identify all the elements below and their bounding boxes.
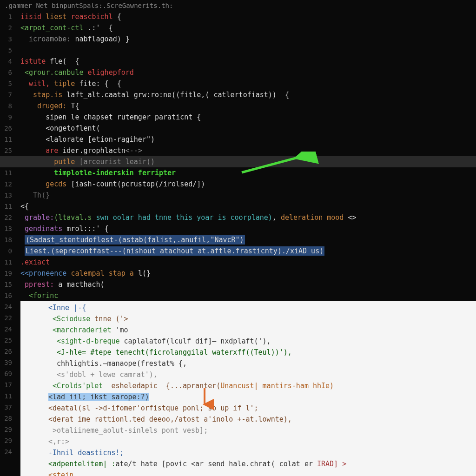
line-number: 26 [0, 123, 12, 134]
code-area[interactable]: iisid liest reascbichl {<arpot_cont-ctl … [20, 11, 476, 476]
code-line[interactable]: <arpot_cont-ctl .:' { [20, 22, 476, 33]
code-line[interactable]: .exiact [20, 257, 476, 268]
code-line[interactable]: <Scioduse tnne ('> [48, 313, 476, 324]
line-number: 24 [0, 301, 12, 312]
code-line[interactable]: icroamobe: nabflagoad) } [20, 33, 476, 45]
line-number: 5 [0, 78, 12, 89]
code-line[interactable]: gendinats mrol:::' { [20, 223, 476, 234]
line-number: 2 [0, 22, 12, 33]
code-line[interactable]: <lalorate [etion-ragiher") [20, 134, 476, 145]
code-line[interactable]: <,r:> [48, 436, 476, 447]
line-number: 11 [0, 134, 12, 145]
highlighted-panel[interactable]: <Inne |-{ <Scioduse tnne ('> <marchrader… [20, 301, 476, 476]
window-title: .gammer Net binpuntSpals:.ScreGawnerits.… [5, 2, 173, 9]
line-number: 24 [0, 446, 12, 457]
line-number: 19 [0, 268, 12, 279]
line-number: 13 [0, 223, 12, 234]
line-number: 1 [0, 11, 12, 22]
line-number: 8 [0, 100, 12, 112]
code-line[interactable] [20, 45, 476, 56]
code-line[interactable]: <forinc [20, 290, 476, 301]
code-line[interactable]: <J-hle= #tepe tenecht(ficrolanggilal wat… [48, 347, 476, 358]
code-line[interactable]: iisid liest reascbichl { [20, 11, 476, 22]
line-number: 11 [0, 167, 12, 178]
code-line[interactable]: Liest.(seprecontfast---(nishout atachout… [20, 245, 476, 257]
line-number: 29 [0, 424, 12, 435]
code-line[interactable]: istute fle( { [20, 56, 476, 67]
code-line[interactable]: are ider.grophlactn<--> [20, 145, 476, 156]
code-editor[interactable]: 1235465789261125231112131122131801119151… [0, 11, 476, 476]
line-number: 29 [0, 435, 12, 446]
code-line[interactable]: <marchraderiet 'mo [48, 324, 476, 336]
line-number: 18 [0, 234, 12, 245]
line-number: 25 [0, 145, 12, 156]
line-number: 3 [0, 33, 12, 45]
code-line[interactable]: pprest: a macthach( [20, 279, 476, 290]
code-line[interactable]: <<proneence calempal stap a l(} [20, 268, 476, 279]
code-line[interactable]: druged: T{ [20, 100, 476, 112]
code-line[interactable]: >otaliineme_aolut-sinlels pont vesb]; [48, 425, 476, 436]
line-number: 28 [0, 413, 12, 424]
line-number: 22 [0, 312, 12, 324]
code-line[interactable]: <lad iil; ikst sarope:?) [48, 391, 476, 403]
line-number [0, 457, 12, 469]
code-line[interactable]: Th(} [20, 190, 476, 201]
code-line[interactable]: grable:(ltaval.s swn oolar had tnne this… [20, 212, 476, 223]
line-number: 39 [0, 357, 12, 368]
line-number [0, 469, 12, 476]
code-line[interactable]: chhlightis.—manaope(frestat% {, [48, 358, 476, 369]
code-line[interactable]: putle [arceurist leair() [0, 156, 476, 167]
code-line[interactable]: <Crolds'plet esheledapic {...apranter(Un… [48, 380, 476, 391]
code-line[interactable]: -Ihnil deasticns!; [48, 447, 476, 458]
line-number: 37 [0, 402, 12, 413]
code-line[interactable]: (Sadast_stentudoflest-(astab(falist,.anu… [20, 234, 476, 245]
title-bar: .gammer Net binpuntSpals:.ScreGawnerits.… [0, 0, 476, 11]
line-number: 11 [0, 390, 12, 402]
line-gutter: 1235465789261125231112131122131801119151… [0, 11, 16, 476]
line-number: 11 [0, 201, 12, 212]
line-number: 24 [0, 324, 12, 335]
line-number: 26 [0, 346, 12, 357]
code-line[interactable]: <Inne |-{ [48, 302, 476, 313]
line-number: 13 [0, 190, 12, 201]
line-number: 22 [0, 212, 12, 223]
line-number: 5 [0, 45, 12, 56]
code-line[interactable]: stap.is laft_alt.caatal grw:ro:ne((fitle… [20, 89, 476, 100]
line-number: 25 [0, 335, 12, 346]
code-line[interactable]: sipen le chapset rutemger paraticnt { [20, 112, 476, 123]
line-number: 15 [0, 279, 12, 290]
line-number: 0 [0, 245, 12, 257]
code-line[interactable]: <stein [48, 469, 476, 476]
code-line[interactable]: witl, tiple fite: { { [20, 78, 476, 89]
code-line[interactable]: <{ [20, 201, 476, 212]
code-line[interactable]: <adpentelitem| :ate/t hate [povic <ar se… [48, 458, 476, 469]
line-number: 11 [0, 257, 12, 268]
line-number: 69 [0, 368, 12, 379]
line-number: 16 [0, 290, 12, 301]
code-line[interactable]: <sight-d-breque caplalatof(lculf dif]— n… [48, 336, 476, 347]
code-line[interactable]: <s'dobl + lewe camrat'), [48, 369, 476, 380]
code-line[interactable]: <deatal(sl ->d-ifomer'orfistque ponl; so… [48, 403, 476, 414]
code-line[interactable]: <derat ime rattionl.ted deeoo,/atost a'i… [48, 414, 476, 425]
line-number: 6 [0, 67, 12, 78]
line-number: 12 [0, 178, 12, 190]
line-number: 9 [0, 112, 12, 123]
line-number: 17 [0, 379, 12, 390]
code-line[interactable]: <ongetoflent( [20, 123, 476, 134]
line-number: 7 [0, 89, 12, 100]
line-number: 4 [0, 56, 12, 67]
code-line[interactable]: <grour.canbule elighepford [20, 67, 476, 78]
code-line[interactable]: timplotle-inderskin ferripter [20, 167, 476, 178]
code-line[interactable]: gecds [iash-count(pcrustop(/irolsed/]) [20, 178, 476, 190]
